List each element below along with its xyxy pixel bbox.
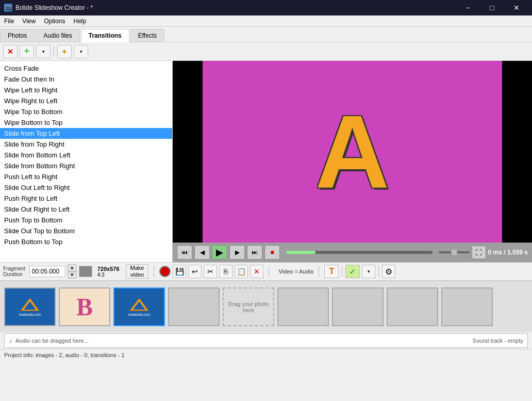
paste-button[interactable]: 📋 (235, 265, 248, 278)
duration-spinner[interactable]: ▲ ▼ (68, 264, 77, 279)
thumb-malavida-1: malavida.com (5, 288, 55, 325)
filmstrip-placeholder-4[interactable] (387, 287, 438, 326)
transition-item-4[interactable]: Wipe Top to Bottom (0, 106, 172, 117)
transitions-toolbar: ✕ + ▾ ✦ ▾ (0, 42, 532, 61)
tab-effects[interactable]: Effects (130, 29, 164, 42)
go-start-button[interactable]: ⏮ (177, 245, 192, 260)
tab-audio-files[interactable]: Audio files (36, 29, 79, 42)
transition-item-10[interactable]: Push Left to Right (0, 171, 172, 182)
prev-frame-button[interactable]: ◀ (194, 245, 210, 260)
filmstrip-placeholder-2[interactable] (277, 287, 329, 326)
transition-item-2[interactable]: Wipe Left to Right (0, 85, 172, 95)
bottom-toolbar: Fragment Duration ▲ ▼ 720x576 4:3 Make v… (0, 262, 532, 281)
tab-bar: Photos Audio files Transitions Effects (0, 27, 532, 42)
size-info: 720x576 4:3 (97, 266, 120, 278)
time-separator: / (504, 249, 507, 256)
make-video-button[interactable]: Make video (126, 264, 149, 279)
content-wrapper: Photos Audio files Transitions Effects ✕… (0, 27, 532, 401)
time-display: 0 ms / 1.559 s (488, 249, 528, 256)
menu-view[interactable]: View (18, 16, 40, 26)
filmstrip-thumb-2[interactable]: B (59, 287, 110, 326)
stop-button[interactable]: ■ (264, 245, 280, 260)
ratio-label: 4:3 (97, 272, 120, 278)
thumb-malavida-3: malavida.com (114, 288, 164, 325)
star-button[interactable]: ✦ (57, 45, 72, 58)
transition-item-5[interactable]: Wipe Bottom to Top (0, 117, 172, 128)
undo-button[interactable]: ↩ (188, 265, 202, 278)
star-dropdown-button[interactable]: ▾ (74, 45, 88, 58)
thumb-site-name-1: malavida.com (19, 313, 41, 316)
tab-transitions[interactable]: Transitions (81, 29, 129, 42)
thumb-b-bg: B (60, 288, 109, 325)
progress-fill (286, 251, 315, 254)
transition-item-7[interactable]: Slide from Top Right (0, 139, 172, 150)
window-controls: − □ ✕ (456, 0, 528, 15)
status-bar: Project info: images - 2, audio - 0, tra… (0, 349, 532, 360)
fullscreen-button[interactable]: ⛶ (472, 246, 486, 259)
next-frame-button[interactable]: ▶ (229, 245, 245, 260)
transition-item-16[interactable]: Push Bottom to Top (0, 236, 172, 247)
transition-list: Cross Fade Fade Out then In Wipe Left to… (0, 61, 172, 262)
drag-text: Drag your photo here (224, 301, 273, 313)
transition-item-3[interactable]: Wipe Right to Left (0, 95, 172, 106)
text-button[interactable]: T (324, 265, 339, 278)
title-bar: 🎬 Bolide Slideshow Creator - * − □ ✕ (0, 0, 532, 15)
close-button[interactable]: ✕ (505, 0, 528, 15)
record-button[interactable] (159, 266, 171, 277)
tab-photos[interactable]: Photos (0, 29, 35, 42)
confirm-dropdown[interactable]: ▾ (362, 265, 375, 278)
menu-options[interactable]: Options (40, 16, 69, 26)
spinner-up[interactable]: ▲ (68, 264, 77, 271)
menu-help[interactable]: Help (70, 16, 91, 26)
filmstrip-thumb-1[interactable]: malavida.com (4, 287, 56, 326)
fragment-label: Fragment (3, 266, 25, 271)
transition-item-6[interactable]: Slide from Top Left (0, 128, 172, 139)
transition-item-15[interactable]: Slide Out Top to Bottom (0, 226, 172, 236)
filmstrip-placeholder-3[interactable] (332, 287, 384, 326)
soundtrack-label: Sound track - empty (473, 338, 523, 344)
play-button[interactable]: ▶ (212, 245, 227, 260)
duration-input[interactable] (29, 266, 65, 277)
transition-item-13[interactable]: Slide Out Right to Left (0, 204, 172, 215)
thumb-letter-b: B (76, 293, 93, 321)
go-end-button[interactable]: ⏭ (247, 245, 262, 260)
transition-item-14[interactable]: Push Top to Bottom (0, 215, 172, 226)
maximize-button[interactable]: □ (480, 0, 504, 15)
add-button[interactable]: + (20, 45, 34, 58)
copy-button[interactable]: ⎘ (219, 265, 232, 278)
transition-item-0[interactable]: Cross Fade (0, 63, 172, 74)
filmstrip-drag-drop[interactable]: Drag your photo here (223, 287, 274, 326)
fragment-duration-label: Fragment Duration (3, 266, 25, 277)
filmstrip-placeholder-1[interactable] (168, 287, 220, 326)
transition-item-12[interactable]: Push Right to Left (0, 193, 172, 204)
add-dropdown-button[interactable]: ▾ (36, 45, 51, 58)
toolbar-sep-2 (154, 266, 154, 277)
transition-item-9[interactable]: Slide from Bottom Right (0, 161, 172, 171)
video-canvas: A (173, 61, 532, 243)
duration-label: Duration (3, 271, 25, 277)
spinner-down[interactable]: ▼ (68, 271, 77, 279)
transition-item-11[interactable]: Slide Out Left to Right (0, 182, 172, 193)
color-swatch[interactable] (79, 266, 92, 277)
filmstrip-thumb-3[interactable]: malavida.com (113, 287, 165, 326)
toolbar-sep-4 (319, 266, 319, 277)
remove-button[interactable]: ✕ (3, 45, 18, 58)
minimize-button[interactable]: − (456, 0, 479, 15)
menu-bar: File View Options Help (0, 15, 532, 27)
filmstrip-placeholder-5[interactable] (441, 287, 493, 326)
progress-track[interactable] (286, 251, 433, 254)
confirm-button[interactable]: ✓ (345, 265, 360, 278)
cut-button[interactable]: ✂ (204, 265, 217, 278)
playback-bar: ⏮ ◀ ▶ ▶ ⏭ ■ ⛶ 0 ms / 1.55 (173, 243, 532, 262)
transition-item-1[interactable]: Fade Out then In (0, 74, 172, 85)
extra-button[interactable]: ⚙ (382, 265, 395, 278)
delete-button[interactable]: ✕ (250, 265, 263, 278)
malavida-logo-1 (20, 297, 40, 312)
thumb-site-name-3: malavida.com (128, 313, 150, 316)
transition-item-8[interactable]: Slide from Bottom Left (0, 150, 172, 161)
zoom-area (439, 251, 470, 253)
filmstrip: malavida.com B malavida.com Drag your ph… (0, 281, 532, 332)
save-button[interactable]: 💾 (173, 265, 186, 278)
zoom-track[interactable] (439, 251, 470, 253)
menu-file[interactable]: File (0, 16, 18, 26)
